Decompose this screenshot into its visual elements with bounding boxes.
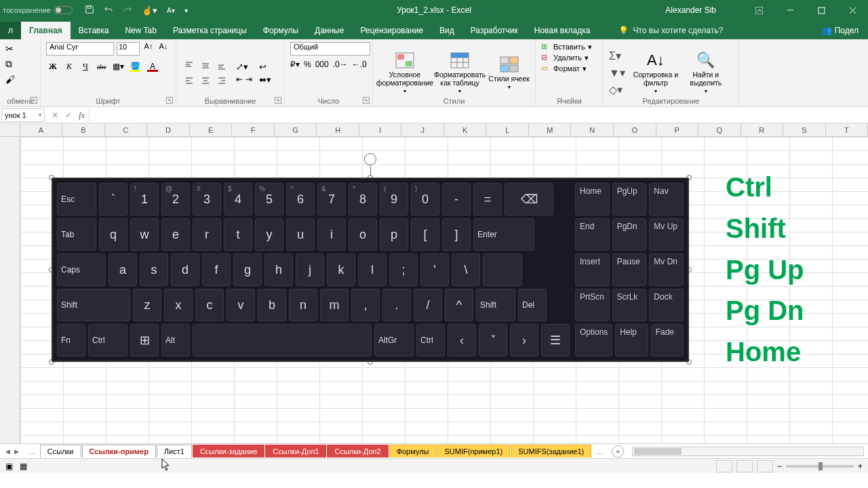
copy-icon[interactable]: ⧉	[5, 58, 12, 70]
tab-new[interactable]: Новая вкладка	[526, 22, 599, 39]
align-middle-button[interactable]	[198, 59, 213, 73]
font-color-button[interactable]: A	[145, 60, 160, 73]
format-painter-icon[interactable]: 🖌	[5, 74, 15, 85]
row-headers[interactable]	[0, 137, 20, 443]
enter-formula-icon[interactable]: ✓	[65, 110, 72, 120]
rotate-handle-icon[interactable]	[364, 153, 376, 165]
number-dialog-icon[interactable]: ⬊	[363, 97, 370, 104]
tab-newtab[interactable]: New Tab	[117, 22, 164, 39]
keyboard-picture-object[interactable]: Esc`!1@2#3$4%5^6&7*8(9)0-=⌫Tabqwertyuiop…	[52, 178, 689, 362]
find-select-button[interactable]: 🔍 Найти и выделить▾	[682, 52, 730, 94]
align-dialog-icon[interactable]: ⬊	[275, 97, 281, 104]
undo-icon[interactable]	[104, 5, 113, 16]
zoom-slider[interactable]	[786, 465, 854, 468]
qat-more-icon[interactable]: A▾	[167, 7, 175, 14]
ribbon-options-icon[interactable]	[743, 0, 774, 20]
share-button[interactable]: 👥 Подел	[812, 22, 868, 39]
tab-formulas[interactable]: Формулы	[255, 22, 307, 39]
comma-format-button[interactable]: 000	[315, 60, 329, 69]
redo-icon[interactable]	[123, 5, 132, 16]
sort-filter-button[interactable]: A↓ Сортировка и фильтр▾	[632, 52, 679, 94]
sheet-tab[interactable]: SUMIF(пример1)	[437, 445, 511, 458]
zoom-out-button[interactable]: −	[777, 462, 782, 471]
maximize-button[interactable]	[806, 0, 837, 20]
insert-cells-button[interactable]: ⊞Вставить ▾	[541, 42, 597, 52]
tab-data[interactable]: Данные	[307, 22, 352, 39]
tab-review[interactable]: Рецензирование	[352, 22, 431, 39]
font-size-select[interactable]: 10	[117, 42, 140, 56]
sheet-tab[interactable]: Ссылки	[40, 445, 81, 458]
sheet-tab[interactable]: Лист1	[157, 445, 192, 458]
italic-button[interactable]: К	[62, 60, 76, 73]
minimize-button[interactable]	[774, 0, 806, 20]
page-break-view-button[interactable]	[757, 460, 773, 472]
close-button[interactable]	[837, 0, 868, 20]
tab-more-icon[interactable]: …	[24, 447, 40, 455]
conditional-format-button[interactable]: Условное форматирование▾	[378, 52, 431, 94]
cancel-formula-icon[interactable]: ✕	[52, 110, 58, 120]
column-headers[interactable]: AB CD EF GH IJ KL MN OP QR ST	[0, 123, 868, 137]
decrease-font-button[interactable]: A↓	[157, 42, 170, 56]
cut-icon[interactable]: ✂	[5, 43, 14, 54]
tab-view[interactable]: Вид	[431, 22, 462, 39]
cells-area[interactable]: Esc`!1@2#3$4%5^6&7*8(9)0-=⌫Tabqwertyuiop…	[20, 137, 868, 443]
percent-format-button[interactable]: %	[304, 60, 311, 69]
format-as-table-button[interactable]: Форматировать как таблицу▾	[434, 52, 486, 94]
tab-home[interactable]: Главная	[21, 22, 71, 39]
format-cells-button[interactable]: ▭Формат ▾	[541, 64, 597, 73]
align-bottom-button[interactable]	[214, 59, 229, 73]
strike-button[interactable]: abc	[95, 60, 108, 73]
tab-more-right-icon[interactable]: …	[592, 447, 608, 455]
page-layout-view-button[interactable]	[736, 460, 753, 472]
sheet-tab[interactable]: Ссылки-пример	[82, 445, 156, 458]
status-record-icon[interactable]: ▣	[5, 462, 13, 471]
tab-insert[interactable]: Вставка	[71, 22, 117, 39]
fill-color-button[interactable]: 🪣	[127, 60, 142, 73]
autosave-toggle[interactable]: тосохранение	[3, 6, 73, 14]
decrease-decimal-button[interactable]: ←.0	[352, 60, 367, 69]
new-sheet-button[interactable]: +	[612, 445, 624, 458]
tab-scroll-right-icon[interactable]: ►	[13, 447, 20, 455]
decrease-indent-button[interactable]: ⇤	[236, 75, 243, 84]
qat-customize-icon[interactable]: ▾	[184, 7, 188, 14]
user-name[interactable]: Alexander Sib	[665, 5, 716, 15]
normal-view-button[interactable]	[716, 460, 732, 472]
touch-mode-icon[interactable]: ☝▾	[142, 5, 157, 16]
clear-button[interactable]: ◇▾	[609, 83, 625, 96]
select-all-corner[interactable]	[0, 123, 20, 136]
increase-indent-button[interactable]: ⇥	[245, 75, 252, 84]
tell-me-search[interactable]: 💡 Что вы хотите сделать?	[618, 22, 723, 39]
formula-input[interactable]	[89, 108, 868, 122]
increase-decimal-button[interactable]: .0→	[333, 60, 348, 69]
font-name-select[interactable]: Arial Cyr	[46, 42, 114, 56]
sheet-tab[interactable]: Ссылки-задание	[193, 445, 264, 458]
merge-button[interactable]: ⬌▾	[259, 75, 271, 85]
save-icon[interactable]	[85, 5, 94, 16]
sheet-tab[interactable]: SUMIFS(задание1)	[511, 445, 591, 458]
wrap-text-button[interactable]: ↩	[259, 62, 271, 72]
name-box[interactable]: унок 1▾	[1, 108, 45, 122]
worksheet[interactable]: AB CD EF GH IJ KL MN OP QR ST Esc`!1@2#3…	[0, 123, 868, 443]
tab-developer[interactable]: Разработчик	[462, 22, 526, 39]
status-macro-icon[interactable]: ▦	[20, 462, 27, 471]
align-right-button[interactable]	[214, 74, 229, 87]
zoom-in-button[interactable]: +	[858, 462, 863, 471]
fill-button[interactable]: ▼▾	[609, 66, 625, 79]
cell-styles-button[interactable]: Стили ячеек▾	[488, 56, 530, 90]
autosum-button[interactable]: Σ▾	[609, 49, 625, 62]
fx-icon[interactable]: fx	[79, 110, 85, 121]
bold-button[interactable]: Ж	[46, 60, 60, 73]
align-center-button[interactable]	[198, 74, 213, 87]
increase-font-button[interactable]: A↑	[142, 42, 155, 56]
number-format-select[interactable]: Общий	[290, 42, 370, 56]
delete-cells-button[interactable]: ⊟Удалить ▾	[541, 53, 597, 62]
sheet-tab[interactable]: Ссылки-Доп2	[327, 445, 388, 458]
accounting-format-button[interactable]: ₽▾	[290, 60, 300, 69]
sheet-tab[interactable]: Ссылки-Доп1	[265, 445, 326, 458]
font-dialog-icon[interactable]: ⬊	[166, 97, 173, 104]
tab-file[interactable]: л	[0, 22, 21, 39]
sheet-tab[interactable]: Формулы	[389, 445, 437, 458]
horizontal-scrollbar[interactable]	[632, 447, 864, 456]
tab-scroll-left-icon[interactable]: ◄	[4, 447, 12, 455]
align-top-button[interactable]	[182, 59, 197, 73]
